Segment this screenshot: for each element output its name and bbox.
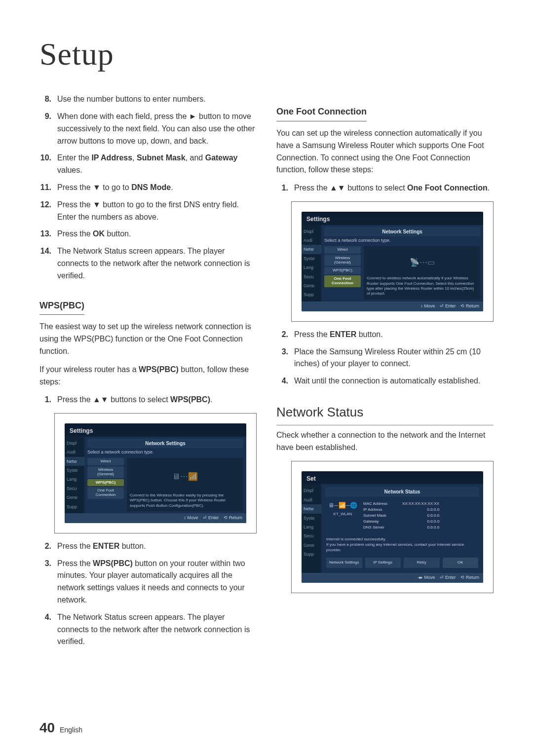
list-item: 9.When done with each field, press the ►… — [39, 111, 257, 147]
sidebar-item: Gene — [302, 541, 321, 550]
sidebar-item: Gene — [302, 281, 321, 290]
item-text: The Network Status screen appears. The p… — [57, 611, 257, 648]
item-text: Press the OK button. — [57, 228, 257, 240]
item-number: 11. — [39, 182, 51, 194]
screenshot-wps-pbc: Settings DisplAudiNetwSysteLangSecuGeneS… — [54, 413, 257, 533]
wps-intro-paragraph-2: If your wireless router has a WPS(PBC) b… — [39, 364, 257, 388]
connection-path-icons: 🖥─📶─🌐 KT_WLAN — [328, 501, 357, 530]
item-number: 8. — [39, 93, 51, 106]
page-footer: 40 English — [39, 717, 494, 738]
network-details-table: MAC AddressXX:XX:XX:XX:XX:XXIP Address0.… — [363, 501, 439, 530]
panel-footer: ↕ Move⏎ Enter⟲ Return — [302, 302, 483, 311]
connection-option: Wireless (General) — [324, 255, 361, 266]
settings-sidebar: DisplAudiNetwSysteLangSecuGeneSupp — [302, 225, 321, 302]
item-text: Press the ENTER button. — [57, 540, 257, 553]
sidebar-item: Lang — [65, 475, 84, 484]
connection-option: WPS(PBC) — [324, 267, 361, 274]
sidebar-item: Syste — [302, 514, 321, 523]
list-item: 12.Press the ▼ button to go to the first… — [39, 199, 257, 224]
item-text: When done with each field, press the ► b… — [57, 111, 257, 147]
connection-option: Wired — [324, 246, 361, 254]
footer-hint: ↕ Move — [420, 303, 435, 308]
field-label: Gateway — [363, 519, 379, 525]
panel-footer: ◂▸ Move⏎ Enter⟲ Return — [302, 573, 483, 583]
router-icon: 🖥⋯📶 — [130, 461, 240, 493]
item-text: Press the ENTER button. — [294, 329, 494, 341]
item-number: 12. — [39, 199, 51, 224]
list-item: 3.Place the Samsung Wireless Router with… — [276, 346, 494, 371]
field-value: 0.0.0.0 — [427, 513, 439, 519]
connection-option: One Foot Connection — [324, 275, 361, 287]
footer-hint: ⟲ Return — [224, 515, 242, 520]
list-item: 2.Press the ENTER button. — [276, 329, 494, 341]
sidebar-item: Supp — [65, 502, 84, 511]
item-text: Wait until the connection is automatical… — [294, 375, 494, 387]
panel-header: Network Settings — [87, 439, 243, 449]
connection-option: Wired — [87, 458, 124, 465]
item-number: 3. — [276, 346, 288, 371]
page-number: 40 — [39, 720, 55, 735]
item-number: 10. — [39, 152, 51, 177]
settings-label: Settings — [65, 423, 246, 437]
item-number: 14. — [39, 245, 51, 282]
screenshot-network-status: Set DisplAudiNetwSysteLangSecuGeneSupp N… — [291, 461, 494, 593]
wps-steps-2-4: 2.Press the ENTER button.3.Press the WPS… — [39, 540, 257, 648]
status-button: Retry — [404, 558, 440, 567]
sidebar-item: Displ — [302, 486, 321, 495]
wlan-name: KT_WLAN — [334, 511, 352, 517]
settings-sidebar: DisplAudiNetwSysteLangSecuGeneSupp — [65, 437, 84, 513]
item-number: 3. — [39, 558, 51, 606]
sidebar-item: Gene — [65, 493, 84, 502]
field-value: XX:XX:XX:XX:XX:XX — [402, 501, 439, 507]
list-item: 13.Press the OK button. — [39, 228, 257, 240]
field-value: 0.0.0.0 — [427, 507, 439, 513]
connection-detail: 🖥⋯📶 Connect to the Wireless Router easil… — [127, 458, 243, 511]
list-item: 1.Press the ▲▼ buttons to select WPS(PBC… — [39, 394, 257, 406]
list-item: 10.Enter the IP Address, Subnet Mask, an… — [39, 152, 257, 177]
status-message: Internet is connected successfully. If y… — [325, 533, 479, 556]
detail-text: Connect to wireless network automaticall… — [367, 276, 477, 297]
list-item: 14.The Network Status screen appears. Th… — [39, 245, 257, 282]
settings-label: Settings — [302, 212, 483, 225]
list-item: 4.Wait until the connection is automatic… — [276, 375, 494, 387]
sidebar-item: Lang — [302, 263, 321, 272]
item-text: Use the number buttons to enter numbers. — [57, 93, 257, 106]
sidebar-item: Audi — [302, 495, 321, 504]
right-column: One Foot Connection You can set up the w… — [276, 93, 494, 653]
sidebar-item: Lang — [302, 523, 321, 531]
connection-option: One Foot Connection — [87, 487, 124, 499]
left-column: 8.Use the number buttons to enter number… — [39, 93, 257, 653]
wps-heading: WPS(PBC) — [39, 299, 84, 315]
item-text: Press the ▲▼ buttons to select WPS(PBC). — [57, 394, 257, 406]
sidebar-item: Netw — [302, 504, 321, 513]
sidebar-item: Audi — [302, 236, 321, 245]
field-label: MAC Address — [363, 501, 387, 507]
list-item: 11.Press the ▼ to go to DNS Mode. — [39, 182, 257, 194]
sidebar-item: Netw — [65, 457, 84, 466]
sidebar-item: Secu — [302, 272, 321, 281]
list-item: 1.Press the ▲▼ buttons to select One Foo… — [276, 182, 494, 194]
connection-option: Wireless (General) — [87, 466, 124, 478]
table-row: IP Address0.0.0.0 — [363, 507, 439, 513]
field-label: Subnet Mask — [363, 513, 386, 519]
field-label: IP Address — [363, 507, 382, 513]
sidebar-item: Syste — [65, 466, 84, 475]
list-item: 8.Use the number buttons to enter number… — [39, 93, 257, 106]
connection-detail: 📡⋯▭ Connect to wireless network automati… — [364, 246, 480, 300]
connection-type-list: WiredWireless (General)WPS(PBC)One Foot … — [324, 246, 361, 300]
sidebar-item: Audi — [65, 448, 84, 456]
footer-hint: ⏎ Enter — [203, 515, 219, 520]
status-buttons: Network SettingsIP SettingsRetryOK — [325, 556, 479, 569]
footer-hint: ⏎ Enter — [440, 575, 456, 580]
list-item: 3.Press the WPS(PBC) button on your rout… — [39, 558, 257, 606]
item-text: Place the Samsung Wireless Router within… — [294, 346, 494, 371]
field-value: 0.0.0.0 — [427, 519, 439, 525]
item-number: 1. — [276, 182, 288, 194]
item-number: 13. — [39, 228, 51, 240]
field-label: DNS Server — [363, 525, 384, 530]
item-number: 2. — [39, 540, 51, 553]
item-text: Press the ▲▼ buttons to select One Foot … — [294, 182, 494, 194]
numbered-steps-continued: 8.Use the number buttons to enter number… — [39, 93, 257, 282]
one-foot-step-1: 1.Press the ▲▼ buttons to select One Foo… — [276, 182, 494, 194]
page-title: Setup — [39, 30, 494, 78]
